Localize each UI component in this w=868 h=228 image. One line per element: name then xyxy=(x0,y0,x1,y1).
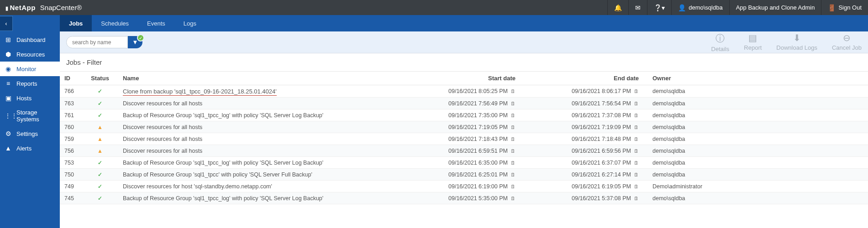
sidebar-item-resources[interactable]: ⬢Resources xyxy=(0,47,60,62)
status-success-icon: ✓ xyxy=(98,112,102,119)
tab-events[interactable]: Events xyxy=(138,15,174,31)
cell-id: 756 xyxy=(60,145,82,157)
cell-status: ✓ xyxy=(82,85,118,98)
cell-start: 09/16/2021 7:35:00 PM🗓 xyxy=(401,109,525,121)
reports-icon: ≡ xyxy=(5,80,12,87)
filter-applied-icon: ✓ xyxy=(137,34,144,41)
cell-owner: demo\sqldba xyxy=(648,145,868,157)
cell-name: Backup of Resource Group 'sql1_tpcc' wit… xyxy=(118,169,401,181)
cell-id: 763 xyxy=(60,98,82,109)
status-warning-icon: ▲ xyxy=(97,124,103,130)
action-label: Download Logs xyxy=(776,44,817,51)
col-start[interactable]: Start date xyxy=(401,72,525,85)
status-warning-icon: ▲ xyxy=(97,136,103,142)
table-row[interactable]: 749✓Discover resources for host 'sql-sta… xyxy=(60,181,868,192)
tab-schedules[interactable]: Schedules xyxy=(92,15,138,31)
cancel-job-icon: ⊖ xyxy=(843,32,851,43)
table-row[interactable]: 760▲Discover resources for all hosts09/1… xyxy=(60,121,868,133)
cell-start: 09/16/2021 7:18:43 PM🗓 xyxy=(401,133,525,145)
search-input[interactable] xyxy=(66,36,128,48)
calendar-icon: 🗓 xyxy=(510,196,516,201)
cell-name: Discover resources for all hosts xyxy=(118,98,401,109)
cell-name: Discover resources for all hosts xyxy=(118,133,401,145)
table-row[interactable]: 759▲Discover resources for all hosts09/1… xyxy=(60,133,868,145)
cell-owner: demo\sqldba xyxy=(648,192,868,204)
cell-status: ✓ xyxy=(82,98,118,109)
sidebar-item-dashboard[interactable]: ⊞Dashboard xyxy=(0,32,60,47)
action-details[interactable]: ⓘDetails xyxy=(711,32,730,52)
cell-id: 760 xyxy=(60,121,82,133)
col-end[interactable]: End date xyxy=(525,72,648,85)
notifications-button[interactable]: 🔔 xyxy=(607,0,628,15)
tab-bar: JobsSchedulesEventsLogs xyxy=(60,15,868,31)
calendar-icon: 🗓 xyxy=(510,124,516,130)
sidebar-item-label: Alerts xyxy=(16,145,32,152)
table-row[interactable]: 761✓Backup of Resource Group 'sql1_tpcc_… xyxy=(60,109,868,121)
sidebar-item-hosts[interactable]: ▣Hosts xyxy=(0,91,60,105)
action-cancel-job[interactable]: ⊖Cancel Job xyxy=(832,32,862,52)
brand-logo: NetApp SnapCenter® xyxy=(5,4,82,11)
sidebar-item-reports[interactable]: ≡Reports xyxy=(0,76,60,91)
cell-start: 09/16/2021 5:35:00 PM🗓 xyxy=(401,192,525,204)
action-report[interactable]: ▤Report xyxy=(744,32,762,52)
calendar-icon: 🗓 xyxy=(634,148,639,154)
sidebar-item-label: Resources xyxy=(16,51,45,58)
sidebar-item-monitor[interactable]: ◉Monitor xyxy=(0,62,60,76)
dashboard-icon: ⊞ xyxy=(5,36,12,43)
user-name: demo\sqldba xyxy=(689,4,722,11)
tab-jobs[interactable]: Jobs xyxy=(60,15,92,31)
table-row[interactable]: 763✓Discover resources for all hosts09/1… xyxy=(60,98,868,109)
calendar-icon: 🗓 xyxy=(510,148,516,154)
cell-owner: demo\sqldba xyxy=(648,98,868,109)
help-icon: ❔▾ xyxy=(654,4,665,11)
cell-owner: demo\sqldba xyxy=(648,85,868,98)
cell-owner: demo\sqldba xyxy=(648,121,868,133)
col-owner[interactable]: Owner xyxy=(648,72,868,85)
col-name[interactable]: Name xyxy=(118,72,401,85)
cell-name: Backup of Resource Group 'sql1_tpcc_log'… xyxy=(118,192,401,204)
col-status[interactable]: Status xyxy=(82,72,118,85)
chevron-left-icon: ‹ xyxy=(5,20,7,27)
table-row[interactable]: 750✓Backup of Resource Group 'sql1_tpcc'… xyxy=(60,169,868,181)
sidebar-item-label: Storage Systems xyxy=(16,109,55,123)
settings-icon: ⚙ xyxy=(5,130,12,137)
action-download-logs[interactable]: ⬇Download Logs xyxy=(776,32,817,52)
cell-name: Discover resources for all hosts xyxy=(118,145,401,157)
cell-owner: demo\sqldba xyxy=(648,157,868,169)
app-header: NetApp SnapCenter® 🔔 ✉ ❔▾ 👤demo\sqldba A… xyxy=(0,0,868,15)
col-id[interactable]: ID xyxy=(60,72,82,85)
mail-icon: ✉ xyxy=(635,4,641,11)
calendar-icon: 🗓 xyxy=(634,101,639,106)
calendar-icon: 🗓 xyxy=(634,88,639,94)
table-row[interactable]: 766✓Clone from backup 'sql1_tpcc_09-16-2… xyxy=(60,85,868,98)
table-row[interactable]: 745✓Backup of Resource Group 'sql1_tpcc_… xyxy=(60,192,868,204)
cell-status: ✓ xyxy=(82,109,118,121)
tab-logs[interactable]: Logs xyxy=(174,15,205,31)
table-row[interactable]: 753✓Backup of Resource Group 'sql1_tpcc_… xyxy=(60,157,868,169)
sidebar-item-alerts[interactable]: ▲Alerts xyxy=(0,141,60,155)
cell-id: 766 xyxy=(60,85,82,98)
details-icon: ⓘ xyxy=(715,32,725,45)
signout-icon: 🚪 xyxy=(828,4,836,11)
help-button[interactable]: ❔▾ xyxy=(647,0,671,15)
sidebar-item-storage-systems[interactable]: ⋮⋮Storage Systems xyxy=(0,105,60,126)
cell-owner: demo\sqldba xyxy=(648,169,868,181)
cell-end: 09/16/2021 6:19:05 PM🗓 xyxy=(525,181,648,192)
cell-id: 759 xyxy=(60,133,82,145)
cell-status: ▲ xyxy=(82,121,118,133)
filter-button[interactable]: ▼ ✓ xyxy=(128,36,142,48)
user-menu[interactable]: 👤demo\sqldba xyxy=(671,0,729,15)
calendar-icon: 🗓 xyxy=(510,101,516,106)
calendar-icon: 🗓 xyxy=(510,172,516,177)
sidebar-item-settings[interactable]: ⚙Settings xyxy=(0,126,60,141)
signout-button[interactable]: 🚪Sign Out xyxy=(821,0,868,15)
sidebar-toggle[interactable]: ‹ xyxy=(0,16,13,31)
product-name: SnapCenter® xyxy=(40,4,82,11)
cell-owner: demo\sqldba xyxy=(648,109,868,121)
messages-button[interactable]: ✉ xyxy=(628,0,647,15)
table-row[interactable]: 756▲Discover resources for all hosts09/1… xyxy=(60,145,868,157)
cell-name: Backup of Resource Group 'sql1_tpcc_log'… xyxy=(118,109,401,121)
calendar-icon: 🗓 xyxy=(510,160,516,166)
status-success-icon: ✓ xyxy=(98,160,102,166)
cell-owner: Demo\administrator xyxy=(648,181,868,192)
